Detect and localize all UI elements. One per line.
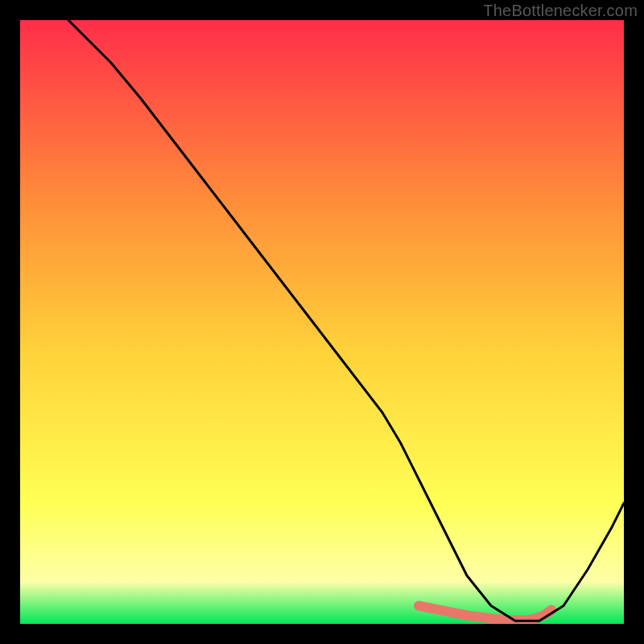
watermark-text: TheBottlenecker.com	[483, 2, 638, 20]
bottleneck-curve-chart	[20, 20, 624, 624]
gradient-background	[20, 20, 624, 624]
chart-frame	[20, 20, 624, 624]
